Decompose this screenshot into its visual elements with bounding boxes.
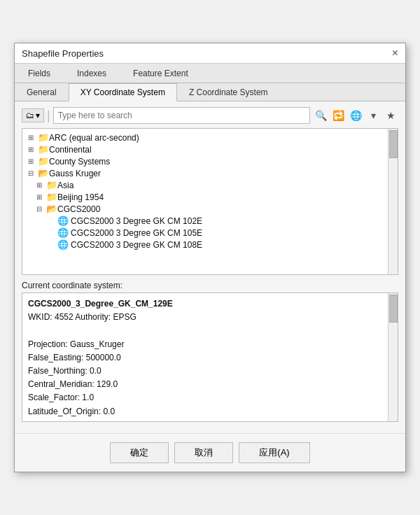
tree-item-continental[interactable]: ⊞ 📁 Continental [22,143,388,155]
tree-item-gauss-kruger[interactable]: ⊟ 📂 Gauss Kruger [22,167,388,179]
info-scale-factor: Scale_Factor: 1.0 [28,391,382,404]
info-wkid: WKID: 4552 Authority: EPSG [28,311,382,324]
folder-continental-icon: 📁 [38,144,49,155]
globe-108e-icon: 🌐 [57,239,69,250]
tree-label-102e: CGCS2000 3 Degree GK CM 102E [71,216,202,226]
close-button[interactable]: × [392,48,398,59]
tree-label-arc: ARC (equal arc-second) [49,133,139,143]
tree-content: ⊞ 📁 ARC (equal arc-second) ⊞ 📁 Continent… [22,129,388,274]
toolbar: 🗂 ▾ | 🔍 🔁 🌐 ▾ ★ [22,107,398,124]
folder-arc-icon: 📁 [38,132,49,143]
confirm-button[interactable]: 确定 [110,442,169,463]
toolbar-divider: | [47,109,50,122]
tree-label-cgcs: CGCS2000 [57,204,100,214]
tree-scrollbar-thumb [389,130,398,158]
tab-feature-extent[interactable]: Feature Extent [120,64,202,83]
dialog-footer: 确定 取消 应用(A) [15,433,405,472]
search-input[interactable] [53,107,310,124]
tree-label-continental: Continental [49,145,92,155]
tree-label-asia: Asia [57,181,74,190]
expand-county-icon: ⊞ [28,157,38,165]
tree-label-108e: CGCS2000 3 Degree GK CM 108E [71,240,202,250]
globe-dropdown-icon[interactable]: ▾ [365,108,381,123]
toolbar-dropdown-btn[interactable]: 🗂 ▾ [22,108,44,122]
tab-z-coordinate-system[interactable]: Z Coordinate System [177,83,280,101]
info-scrollbar[interactable] [388,293,398,421]
search-icon[interactable]: 🔍 [313,108,328,123]
current-coordinate-label: Current coordinate system: [22,281,398,290]
dialog-title: Shapefile Properties [22,48,104,59]
tree-label-beijing: Beijing 1954 [57,192,104,202]
tree-item-cgcs-105e[interactable]: 🌐 CGCS2000 3 Degree GK CM 105E [22,227,388,239]
favorite-icon[interactable]: ★ [383,108,398,123]
info-false-easting: False_Easting: 500000.0 [28,351,382,365]
coordinate-info-pane: CGCS2000_3_Degree_GK_CM_129E WKID: 4552 … [22,292,398,422]
info-spacer [28,324,382,337]
folder-cgcs-icon: 📂 [46,204,57,214]
expand-gauss-icon: ⊟ [28,169,38,177]
coordinate-system-tree: ⊞ 📁 ARC (equal arc-second) ⊞ 📁 Continent… [22,128,398,275]
tree-item-cgcs-102e[interactable]: 🌐 CGCS2000 3 Degree GK CM 102E [22,215,388,227]
apply-button[interactable]: 应用(A) [239,442,309,463]
expand-arc-icon: ⊞ [28,134,38,141]
info-projection: Projection: Gauss_Kruger [28,338,382,351]
tree-item-cgcs2000[interactable]: ⊟ 📂 CGCS2000 [22,203,388,215]
tab-fields[interactable]: Fields [15,64,64,83]
bottom-tab-bar: General XY Coordinate System Z Coordinat… [15,83,405,101]
refresh-icon[interactable]: 🔁 [330,108,346,123]
expand-beijing-icon: ⊞ [36,193,46,201]
info-central-meridian: Central_Meridian: 129.0 [28,378,382,391]
info-name: CGCS2000_3_Degree_GK_CM_129E [28,297,382,311]
expand-continental-icon: ⊞ [28,146,38,153]
tree-item-asia[interactable]: ⊞ 📁 Asia [22,179,388,191]
tree-item-beijing1954[interactable]: ⊞ 📁 Beijing 1954 [22,191,388,203]
top-tab-bar: Fields Indexes Feature Extent [15,64,405,83]
folder-beijing-icon: 📁 [46,192,57,202]
globe-102e-icon: 🌐 [57,216,69,226]
title-bar: Shapefile Properties × [15,43,405,64]
info-false-northing: False_Northing: 0.0 [28,365,382,378]
info-content: CGCS2000_3_Degree_GK_CM_129E WKID: 4552 … [22,293,388,421]
toolbar-icons: 🔍 🔁 🌐 ▾ ★ [313,108,398,123]
tree-item-cgcs-108e[interactable]: 🌐 CGCS2000 3 Degree GK CM 108E [22,239,388,251]
toolbar-dropdown-icon: 🗂 [26,111,34,120]
tab-indexes[interactable]: Indexes [64,64,120,83]
tree-label-county: County Systems [49,157,110,167]
tree-item-arc[interactable]: ⊞ 📁 ARC (equal arc-second) [22,132,388,143]
tree-scrollbar[interactable] [388,129,398,274]
tab-general[interactable]: General [15,83,69,101]
tab-xy-coordinate-system[interactable]: XY Coordinate System [69,83,177,101]
expand-cgcs-icon: ⊟ [36,205,46,213]
info-linear-unit: Linear Unit: Meter (1.0) [28,418,382,421]
main-content: 🗂 ▾ | 🔍 🔁 🌐 ▾ ★ ⊞ 📁 ARC (equal arc-secon… [15,101,405,429]
info-latitude-of-origin: Latitude_Of_Origin: 0.0 [28,405,382,418]
tree-item-county-systems[interactable]: ⊞ 📁 County Systems [22,155,388,167]
info-scrollbar-thumb [389,295,398,323]
folder-gauss-icon: 📂 [38,168,49,178]
toolbar-dropdown-arrow: ▾ [36,111,40,120]
tree-label-105e: CGCS2000 3 Degree GK CM 105E [71,228,202,238]
globe-105e-icon: 🌐 [57,227,69,238]
folder-asia-icon: 📁 [46,180,57,190]
shapefile-properties-dialog: Shapefile Properties × Fields Indexes Fe… [14,43,406,472]
tree-label-gauss: Gauss Kruger [49,169,101,178]
expand-asia-icon: ⊞ [36,181,46,189]
folder-county-icon: 📁 [38,156,49,167]
globe-icon[interactable]: 🌐 [348,108,363,123]
cancel-button[interactable]: 取消 [174,442,233,463]
